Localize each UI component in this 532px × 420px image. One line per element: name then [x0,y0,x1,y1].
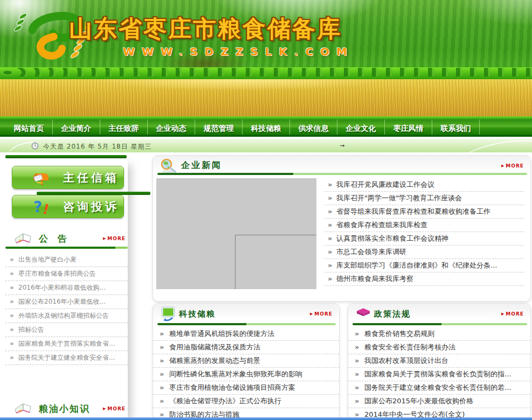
nav-item[interactable]: 企业文化 [337,120,385,135]
tips-section-title: 粮油小知识 [39,403,90,415]
media-placeholder-frame [235,235,316,289]
news-more-link[interactable]: ▶MORE [501,163,524,169]
news-title: 企业新闻 [181,160,222,171]
bullet-icon: » [328,235,332,242]
nav-item[interactable]: 联系我们 [432,120,480,135]
tips-section-header: 粮油小知识 ▶MORE [5,400,128,418]
decorative-swoosh [460,139,532,152]
mailbox-icon [33,169,51,187]
magnifier-globe-icon [160,158,179,174]
news-item-text: 德州市粮食局来我库考察 [336,275,413,283]
policy-panel: 政策法规 ▶MORE » 粮食竞价销售交易规则 » 粮食安全省长责任制考核办法 … [348,303,531,420]
policy-item[interactable]: » 国务院关于建立健全粮食安全省长责任制的若... [348,381,530,395]
tech-item[interactable]: » 粮堆单管通风机组拆装的便捷方法 [153,327,339,341]
news-item[interactable]: » 省粮食库存检查组来我库检查 [324,219,524,232]
nav-item[interactable]: 主任致辞 [100,120,148,135]
main-nav: 网站首页 企业简介 主任致辞 企业动态 规范管理 科技储粮 供求信息 企业文化 … [0,120,532,137]
notice-item[interactable]: » 国家粮食局关于贯彻落实粮食省... [5,337,128,351]
bullet-icon: » [355,357,359,365]
news-item[interactable]: » 市总工会领导来库调研 [324,246,524,259]
tech-title: 科技储粮 [179,309,216,319]
tips-more-link[interactable]: ▶MORE [103,406,126,411]
notice-item-text: 国家公布2016年小麦最低收... [18,298,106,305]
policy-item[interactable]: » 国家粮食局关于贯彻落实粮食省长负责制的指... [348,368,530,381]
bullet-icon: » [328,194,332,202]
media-placeholder [156,178,316,289]
notice-item[interactable]: » 国务院关于建立健全粮食安全省... [5,351,128,365]
news-item[interactable]: » 省督导组来我库督查库存检查和夏粮收购准备工作 [324,205,524,219]
notice-item[interactable]: » 出售当地产硬白小麦 [5,253,128,267]
bullet-icon: » [10,354,14,361]
tech-item-text: 粮堆单管通风机组拆装的便捷方法 [169,330,274,338]
more-arrow-icon: ▶ [310,312,313,316]
consult-complaint-button[interactable]: ? ! 咨询投诉 [12,195,124,218]
bullet-icon: » [328,221,332,229]
open-book-icon [14,401,32,416]
policy-title: 政策法规 [374,309,411,319]
news-item-text: 认真贯彻落实全市粮食工作会议精神 [336,234,448,242]
notice-item-text: 2016年小麦和稻谷最低收购... [18,284,106,291]
nav-item[interactable]: 规范管理 [195,120,243,135]
policy-more-link[interactable]: ▶MORE [501,311,524,317]
bullet-icon: » [355,330,359,338]
sidebar-top-bar [5,155,127,158]
tech-item[interactable]: » 间断性磷化氢熏蒸对米象虫卵致死率的影响 [153,368,339,381]
notice-underline [5,247,128,249]
notice-item[interactable]: » 枣庄市粮食储备库招商公告 [5,267,128,281]
policy-list: » 粮食竞价销售交易规则 » 粮食安全省长责任制考核办法 » 我国农村改革顶层设… [348,327,530,420]
bullet-icon: » [355,344,359,351]
policy-item[interactable]: » 我国农村改革顶层设计出台 [348,354,530,368]
banner-wheatfield-layer [0,79,532,117]
bullet-icon: » [160,397,164,405]
policy-item[interactable]: » 国家公布2015年小麦最低收购价格 [348,395,530,408]
notice-item[interactable]: » 外墙防水及钢结构罩棚招标公告 [5,309,128,323]
notice-item-text: 国务院关于建立健全粮食安全省... [18,354,115,361]
news-item[interactable]: » 我库召开"两学一做"学习教育工作座谈会 [324,192,524,205]
nav-item[interactable]: 企业动态 [148,120,195,135]
news-panel: 企业新闻 ▶MORE » 我库召开党风廉政建设工作会议 » 我库召开"两学一做"… [153,155,531,302]
tech-item-text: 食用油脂储藏情况及保质方法 [169,343,260,351]
tech-item[interactable]: » 枣庄市食用植物油仓储设施项目招商方案 [153,381,339,395]
bullet-icon: » [160,357,164,365]
tech-more-link[interactable]: ▶MORE [310,311,333,317]
policy-book-icon [355,306,372,321]
news-item[interactable]: » 库支部组织学习《廉洁自律准则》和《纪律处分条... [324,259,524,272]
news-item[interactable]: » 我库召开党风廉政建设工作会议 [324,178,524,192]
bullet-icon: » [160,384,164,391]
policy-item[interactable]: » 粮食安全省长责任制考核办法 [348,341,530,354]
tech-item[interactable]: » 储粮熏蒸剂的发展动态与前景 [153,354,339,368]
bullet-icon: » [10,312,14,319]
bottom-window-edge [0,417,532,420]
news-item[interactable]: » 认真贯彻落实全市粮食工作会议精神 [324,232,524,246]
notice-item-text: 招标公告 [18,326,44,333]
notice-item[interactable]: » 招标公告 [5,323,128,337]
notice-more-link[interactable]: ▶MORE [103,236,126,241]
bullet-icon: » [160,330,164,338]
policy-item-text: 国务院关于建立健全粮食安全省长责任制的若... [364,383,511,391]
bullet-icon: » [328,181,332,188]
monitor-icon [160,306,177,323]
tech-header: 科技储粮 ▶MORE [153,304,339,323]
director-mailbox-button[interactable]: 主任信箱 [12,166,124,189]
news-item[interactable]: » 德州市粮食局来我库考察 [324,272,524,286]
notice-item-text: 外墙防水及钢结构罩棚招标公告 [18,312,109,319]
nav-item[interactable]: 企业简介 [53,120,100,135]
news-underline [157,173,527,175]
tech-item[interactable]: » 食用油脂储藏情况及保质方法 [153,341,339,354]
nav-item[interactable]: 供求信息 [290,120,337,135]
bullet-icon: » [10,256,14,263]
news-item-text: 省粮食库存检查组来我库检查 [336,221,427,229]
notice-item[interactable]: » 2016年小麦和稻谷最低收购... [5,281,128,295]
question-exclamation-icon: ? ! [33,198,51,216]
more-label: MORE [506,163,524,169]
tech-item[interactable]: » 《粮油仓储管理办法》正式公布执行 [153,395,339,408]
nav-item[interactable]: 枣庄风情 [385,120,432,135]
more-arrow-icon: ▶ [103,236,106,241]
policy-item[interactable]: » 粮食竞价销售交易规则 [348,327,530,341]
notice-item[interactable]: » 国家公布2016年小麦最低收... [5,295,128,309]
tech-item-text: 储粮熏蒸剂的发展动态与前景 [169,356,260,365]
nav-item[interactable]: 网站首页 [5,120,53,135]
bullet-icon: » [10,298,14,305]
nav-item[interactable]: 科技储粮 [243,120,290,135]
button-label: 主任信箱 [63,170,119,185]
